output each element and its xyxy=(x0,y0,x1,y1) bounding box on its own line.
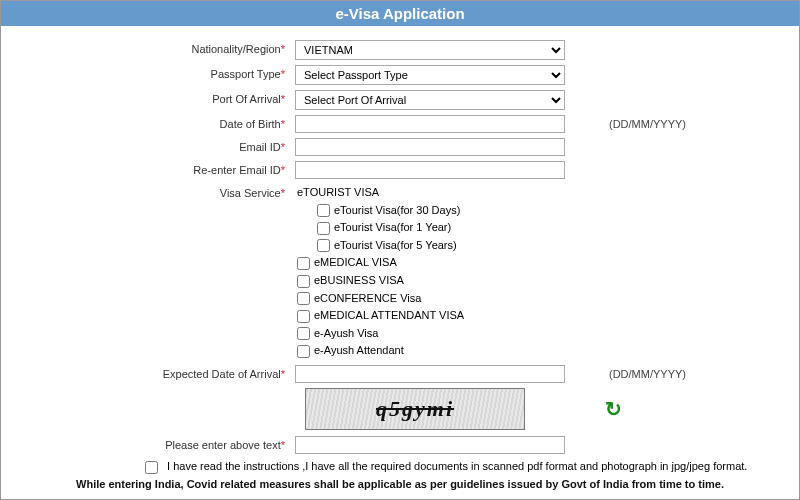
label-passport-type: Passport Type* xyxy=(25,65,295,80)
refresh-icon[interactable]: ↻ xyxy=(605,397,622,421)
label-email: Email ID* xyxy=(25,138,295,153)
consent-text: I have read the instructions ,I have all… xyxy=(167,460,747,472)
visa-emedical-label: eMEDICAL VISA xyxy=(314,256,397,268)
visa-ebusiness-checkbox[interactable] xyxy=(297,275,310,288)
page-title: e-Visa Application xyxy=(335,5,464,22)
visa-eayush-label: e-Ayush Visa xyxy=(314,327,378,339)
visa-service-group: eTOURIST VISA eTourist Visa(for 30 Days)… xyxy=(295,184,595,360)
captcha-image: q5gymi xyxy=(305,388,525,430)
visa-emed-attendant-checkbox[interactable] xyxy=(297,310,310,323)
expected-arrival-input[interactable] xyxy=(295,365,565,383)
page-header: e-Visa Application xyxy=(1,1,799,26)
passport-type-select[interactable]: Select Passport Type xyxy=(295,65,565,85)
form-area: Nationality/Region* VIETNAM Passport Typ… xyxy=(25,34,775,474)
visa-etourist-30d-label: eTourist Visa(for 30 Days) xyxy=(334,204,460,216)
visa-ebusiness-label: eBUSINESS VISA xyxy=(314,274,404,286)
captcha-input[interactable] xyxy=(295,436,565,454)
visa-etourist-1y-checkbox[interactable] xyxy=(317,222,330,235)
visa-econference-checkbox[interactable] xyxy=(297,292,310,305)
label-expected-arrival: Expected Date of Arrival* xyxy=(25,365,295,380)
consent-checkbox[interactable] xyxy=(145,461,158,474)
visa-eayush-checkbox[interactable] xyxy=(297,327,310,340)
visa-eayush-attendant-label: e-Ayush Attendant xyxy=(314,344,404,356)
nationality-select[interactable]: VIETNAM xyxy=(295,40,565,60)
port-of-arrival-select[interactable]: Select Port Of Arrival xyxy=(295,90,565,110)
dob-input[interactable] xyxy=(295,115,565,133)
hint-dob: (DD/MM/YYYY) xyxy=(595,115,745,130)
visa-etourist-1y-label: eTourist Visa(for 1 Year) xyxy=(334,221,451,233)
visa-eayush-attendant-checkbox[interactable] xyxy=(297,345,310,358)
visa-etourist-5y-checkbox[interactable] xyxy=(317,239,330,252)
label-reemail: Re-enter Email ID* xyxy=(25,161,295,176)
covid-notice: While entering India, Covid related meas… xyxy=(11,478,789,490)
visa-emedical-checkbox[interactable] xyxy=(297,257,310,270)
label-nationality: Nationality/Region* xyxy=(25,40,295,55)
visa-emed-attendant-label: eMEDICAL ATTENDANT VISA xyxy=(314,309,464,321)
visa-etourist-5y-label: eTourist Visa(for 5 Years) xyxy=(334,239,457,251)
label-port-of-arrival: Port Of Arrival* xyxy=(25,90,295,105)
visa-econference-label: eCONFERENCE Visa xyxy=(314,292,421,304)
hint-expected-arrival: (DD/MM/YYYY) xyxy=(595,365,745,380)
reemail-input[interactable] xyxy=(295,161,565,179)
label-captcha: Please enter above text* xyxy=(25,436,295,451)
visa-etourist-30d-checkbox[interactable] xyxy=(317,204,330,217)
label-visa-service: Visa Service* xyxy=(25,184,295,199)
label-dob: Date of Birth* xyxy=(25,115,295,130)
email-input[interactable] xyxy=(295,138,565,156)
visa-etourist-label: eTOURIST VISA xyxy=(297,184,595,202)
